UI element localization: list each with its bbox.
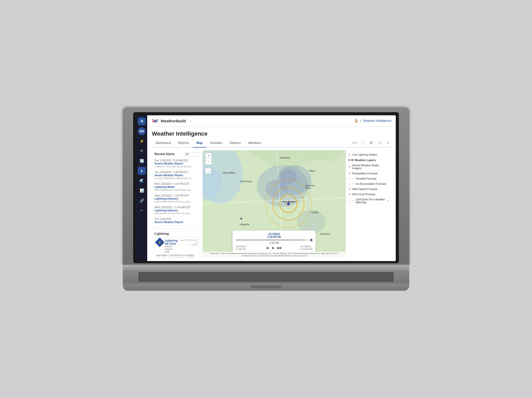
lightning-card: ⚡ Lightning All Clear Safe to resume wor… [154, 237, 200, 257]
weatherbuild-logo-icon [151, 118, 159, 123]
eye-icon-snowfall[interactable]: 👁 [352, 177, 354, 180]
map-zoom-in-button[interactable]: + [206, 153, 211, 159]
top-nav: WeatherBuild › 🏠 | Weather Intelligence [147, 115, 396, 127]
alert-desc: LIGHTNING DETECTED 25.5 MIL... [154, 212, 200, 215]
layer-radar-imagery[interactable]: 👁 Recent Weather Radar Imagery [348, 163, 389, 171]
layer-live-lightning[interactable]: 👁 Live Lightning Strikes [348, 152, 389, 157]
timeline-play-controls: ◀ ▶ ▶▶ [265, 246, 282, 250]
breadcrumb-current: Weather Intelligence [363, 119, 392, 123]
timeline-current-datetime: 2/17/2023 2:20:00 PM [236, 233, 312, 238]
timeline-slider-thumb[interactable] [310, 238, 313, 242]
alert-title[interactable]: Lightning Watch [154, 185, 200, 189]
sidebar-icon-refresh[interactable]: 🔄 [138, 157, 146, 165]
layer-wind-speed[interactable]: 👁 Wind Speed Forecast [348, 187, 389, 192]
map-label-new-buffalo: New Buffalo [223, 172, 235, 174]
map-label-maumee: MaumeeRiver [306, 184, 315, 189]
alert-title[interactable]: Severe Weather Report [154, 220, 200, 224]
layer-snowfall-forecast[interactable]: ▷ 👁 Snowfall Forecast [348, 176, 389, 181]
eye-icon-radar[interactable]: 👁 [348, 165, 351, 168]
tab-reports[interactable]: Reports [175, 140, 193, 148]
map-label-columbus: Columbus [320, 233, 330, 235]
alert-desc: LIGHTNING DETECTED 22.4 MIL... [154, 200, 200, 203]
sidebar-icon-back[interactable]: ↩ [138, 206, 146, 214]
map-layout: Recent Alerts All Severe Watch Advisory [152, 150, 391, 257]
tab-bar: Dashboard Reports Map Activities Station… [152, 140, 391, 148]
tab-activities[interactable]: Activities [206, 140, 226, 148]
alerts-header: Recent Alerts All Severe Watch Advisory [154, 152, 200, 156]
alert-date: Tue 1/24/2023 [154, 218, 200, 220]
alerts-section: Recent Alerts All Severe Watch Advisory [152, 150, 202, 228]
fullscreen-icon[interactable]: ⛶ [360, 140, 366, 146]
layers-icon[interactable]: ⬡ [376, 140, 383, 146]
home-icon[interactable]: 🏠 [354, 119, 358, 123]
laptop-lid: ❄ BM ⚡ 👁 🔄 🌡 🌊 📊 🔗 ↩ [123, 108, 409, 265]
tab-members[interactable]: Members [244, 140, 265, 148]
alert-title[interactable]: Severe Weather Report [154, 162, 200, 165]
layer-label-wind-gust: Wind Gust Forecast [352, 193, 388, 196]
code-icon[interactable]: </> [351, 140, 358, 146]
expand-icon-snowfall[interactable]: ▷ [348, 177, 350, 180]
sidebar-icon-wave[interactable]: 🌊 [138, 177, 146, 185]
expand-icon-warnings[interactable]: ▷ [348, 199, 350, 202]
lightning-diamond-icon: ⚡ [155, 237, 165, 247]
expand-icon-ice[interactable]: ▷ [348, 182, 350, 185]
layer-weather-warnings[interactable]: ▷ 👁 USA Short-Term Weather Warnings ▾ [348, 197, 389, 205]
down-arrow-icon-warnings[interactable]: ▾ [387, 199, 388, 202]
lightning-clear-label: Lightning All Clear [165, 239, 178, 245]
timeline-rewind-button[interactable]: ◀ [265, 246, 269, 250]
nav-logo: WeatherBuild › [151, 118, 191, 123]
alert-title[interactable]: Lightning Advisory [154, 197, 200, 200]
svg-point-5 [280, 169, 297, 184]
eye-icon-group: 👁 [351, 159, 354, 162]
timeline-slider-fill [236, 239, 305, 241]
map-label-toledo: Toledo [308, 169, 316, 172]
map-marker-south-bend[interactable] [240, 217, 243, 220]
alerts-filter-select[interactable]: All Severe Watch Advisory [184, 152, 200, 156]
alert-date: Wed 1/25/2023 1:26 PM EST [154, 182, 200, 185]
timeline-slider-track[interactable] [236, 239, 312, 241]
app-logo-icon[interactable]: ❄ [138, 117, 146, 125]
sidebar-icon-chart[interactable]: 📊 [138, 187, 146, 194]
eye-icon-wind-speed[interactable]: 👁 [348, 188, 351, 191]
main-content: WeatherBuild › 🏠 | Weather Intelligence [147, 115, 396, 261]
tab-stations[interactable]: Stations [226, 140, 244, 148]
settings-icon[interactable]: ⚙ [368, 140, 374, 146]
user-avatar[interactable]: BM [138, 127, 146, 135]
layer-ice-forecast[interactable]: ▷ 👁 Ice Accumulation Forecast [348, 181, 389, 187]
lightning-status: ⚡ Lightning All Clear Safe to resume wor… [156, 239, 198, 253]
tab-dashboard[interactable]: Dashboard [152, 140, 175, 148]
eye-icon-lightning[interactable]: 👁 [348, 153, 351, 156]
lightning-times: Start Time: 1:26 PM EST on 1/25/23 Finis… [156, 254, 198, 257]
laptop-bottom [123, 283, 409, 291]
trackpad-notch [250, 285, 282, 288]
map-label-south-bend: South Bend [240, 180, 252, 183]
map-home-button[interactable]: ⌂ [205, 168, 211, 174]
alert-item: Wed 1/25/2023 1:26 PM EST Lightning Watc… [154, 181, 200, 193]
map-container[interactable]: Coldwater New Buffalo South Bend Toledo … [203, 150, 345, 257]
breadcrumb: 🏠 | Weather Intelligence [354, 119, 392, 123]
timeline-play-button[interactable]: ▶ [271, 246, 275, 250]
alert-title[interactable]: Lightning Advisory [154, 209, 200, 212]
eye-icon-ice[interactable]: 👁 [352, 182, 354, 185]
eye-icon-wind-gust[interactable]: 👁 [348, 193, 351, 196]
laptop-shell: ❄ BM ⚡ 👁 🔄 🌡 🌊 📊 🔗 ↩ [123, 108, 409, 291]
timeline-forward-button[interactable]: ▶▶ [277, 246, 282, 250]
list-icon[interactable]: ≡ [385, 140, 391, 146]
eye-icon-warnings[interactable]: 👁 [352, 199, 354, 202]
map-zoom-out-button[interactable]: − [206, 159, 211, 165]
alert-title[interactable]: Severe Weather Report [154, 174, 200, 177]
layer-wind-gust[interactable]: 👁 Wind Gust Forecast [348, 192, 389, 197]
sidebar-icon-link[interactable]: 🔗 [138, 197, 146, 204]
weather-layers-group-title[interactable]: ▾ 👁 Weather Layers [348, 157, 389, 163]
layer-precip-forecast[interactable]: 👁 Precipitation Forecast [348, 171, 389, 176]
layer-label-lightning: Live Lightning Strikes [352, 153, 388, 156]
sidebar-icon-weather[interactable]: 🌡 [138, 167, 146, 175]
lightning-section: Lightning ⚡ Lightning All Cle [152, 230, 202, 257]
sidebar-icon-network[interactable]: ⚡ [138, 137, 146, 145]
lightning-sub: Safe to resume work [165, 245, 178, 253]
sidebar-icon-eye[interactable]: 👁 [138, 147, 146, 155]
eye-icon-precip[interactable]: 👁 [348, 172, 351, 175]
layer-label-radar: Recent Weather Radar Imagery [352, 164, 388, 170]
tab-map[interactable]: Map [193, 140, 206, 148]
alert-date: Wed 1/25/2023 11:46 AM EST [154, 206, 200, 209]
